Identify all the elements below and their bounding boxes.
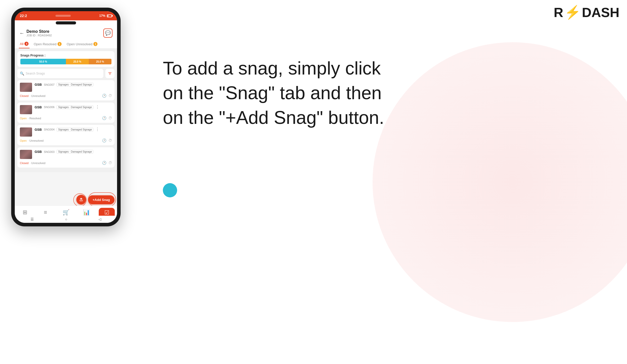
job-id: JOB ID : RDAS9492: [26, 34, 52, 37]
snag-card-top: GSB SNG006 Signages · Damaged Signage ⋮: [20, 105, 112, 114]
snag-card-top: GSB SNG007 Signages · Damaged Signage: [20, 83, 112, 92]
snag-thumb-inner: [20, 83, 32, 92]
status-bar: 22:2 17%: [15, 11, 117, 20]
snag-status: Open · Unresolved: [20, 138, 44, 143]
chat-icon[interactable]: 💬: [103, 28, 112, 38]
snag-icons: 🕐 ⏱: [102, 94, 112, 98]
store-info: Demo Store JOB ID : RDAS9492: [26, 29, 52, 37]
teal-dot: [163, 183, 177, 197]
snag-card-sng006[interactable]: GSB SNG006 Signages · Damaged Signage ⋮ …: [17, 103, 115, 123]
snag-thumb-inner: [20, 150, 32, 159]
tab-open-resolved[interactable]: Open Resolved 1: [33, 40, 63, 48]
progress-segment-orange: 25.0 %: [66, 59, 89, 64]
filter-button[interactable]: [105, 69, 115, 78]
status-unresolved: Unresolved: [30, 139, 44, 142]
snag-thumbnail: [20, 83, 32, 92]
share-icon: [79, 198, 83, 202]
snag-thumbnail: [20, 105, 32, 114]
status-unresolved: Unresolved: [31, 162, 46, 165]
snag-card-bottom: Open · Resolved 🕐 ⏱: [20, 116, 112, 120]
battery-icon: [107, 14, 112, 17]
status-closed: Closed: [20, 94, 28, 97]
snag-card-bottom: Closed · Unresolved 🕐 ⏱: [20, 161, 112, 165]
notch: [56, 21, 76, 24]
snag-name: GSB: [35, 150, 42, 154]
system-back-icon[interactable]: ◁: [98, 217, 101, 221]
snag-card-sng004[interactable]: GSB SNG004 Signages · Damaged Signage ⋮ …: [17, 125, 115, 145]
tab-all[interactable]: All 4: [19, 40, 30, 48]
timer-icon: ⏱: [108, 94, 112, 98]
snag-card-sng003[interactable]: GSB SNG003 Signages · Damaged Signage Cl…: [17, 147, 115, 168]
status-resolved: Resolved: [30, 117, 41, 120]
snag-thumb-inner: [20, 105, 32, 114]
notch-bar: [15, 20, 117, 25]
phone-mockup: 22:2 17% ← Demo Store: [11, 8, 121, 226]
search-icon: 🔍: [20, 71, 24, 76]
snag-tag: Signages · Damaged Signage: [56, 83, 93, 86]
snag-name: GSB: [35, 105, 42, 109]
snag-info: GSB SNG004 Signages · Damaged Signage ⋮: [35, 127, 112, 133]
snag-id-row: GSB SNG004 Signages · Damaged Signage ⋮: [35, 127, 112, 132]
fab-area: +Add Snag: [76, 195, 115, 205]
back-button[interactable]: ←: [19, 30, 24, 36]
clock-icon: 🕐: [102, 116, 106, 120]
snag-status: Open · Resolved: [20, 116, 41, 120]
snag-id-row: GSB SNG003 Signages · Damaged Signage: [35, 150, 112, 154]
timer-icon: ⏱: [108, 116, 112, 120]
main-content: Snags Progress : 50.0 % 25.0 % 25.0 % 🔍 …: [15, 49, 117, 172]
tab-open-resolved-label: Open Resolved: [34, 42, 56, 46]
clock-icon: 🕐: [102, 161, 106, 165]
app-header: ← Demo Store JOB ID : RDAS9492 💬: [15, 25, 117, 40]
background-circle: [373, 42, 627, 322]
snag-icons: 🕐 ⏱: [102, 161, 112, 165]
orders-icon: 🛒: [63, 209, 69, 216]
snags-icon: ☑: [104, 209, 109, 216]
boq-icon: ≡: [44, 209, 47, 216]
snag-id-row: GSB SNG007 Signages · Damaged Signage: [35, 83, 112, 86]
snag-card-top: GSB SNG004 Signages · Damaged Signage ⋮: [20, 127, 112, 137]
snag-code: SNG007: [44, 83, 54, 86]
snag-icons: 🕐 ⏱: [102, 116, 112, 120]
header-left: ← Demo Store JOB ID : RDAS9492: [19, 29, 52, 37]
more-menu-icon[interactable]: ⋮: [95, 127, 99, 132]
designs-icon: ⊞: [23, 209, 27, 216]
progress-segment-dark-orange: 25.0 %: [89, 59, 112, 64]
status-open: Open: [20, 139, 27, 142]
instruction-text: To add a snag, simply click on the "Snag…: [163, 56, 392, 130]
store-name: Demo Store: [26, 29, 52, 34]
snag-status: Closed · Unresolved: [20, 161, 45, 165]
battery-percent: 17%: [99, 14, 105, 18]
system-home-icon[interactable]: ○: [65, 217, 67, 221]
status-open: Open: [20, 117, 27, 120]
snag-icons: 🕐 ⏱: [102, 138, 112, 142]
snag-thumb-inner: [20, 127, 32, 137]
more-menu-icon[interactable]: ⋮: [95, 105, 99, 109]
snag-thumbnail: [20, 150, 32, 159]
logo-r-text: R: [554, 5, 563, 20]
share-fab-button[interactable]: [76, 195, 86, 205]
snag-code: SNG004: [44, 128, 54, 131]
snag-info: GSB SNG007 Signages · Damaged Signage: [35, 83, 112, 88]
snag-thumbnail: [20, 127, 32, 137]
tab-open-unresolved-label: Open Unresolved: [67, 42, 92, 46]
clock-icon: 🕐: [102, 138, 106, 142]
status-right: 17%: [99, 14, 112, 18]
snag-info: GSB SNG003 Signages · Damaged Signage: [35, 150, 112, 155]
snag-code: SNG003: [44, 150, 54, 153]
snag-tag: Signages · Damaged Signage: [56, 105, 93, 109]
progress-card: Snags Progress : 50.0 % 25.0 % 25.0 %: [17, 51, 115, 67]
tabs-row: All 4 Open Resolved 1 Open Unresolved 1: [15, 40, 117, 49]
snag-info: GSB SNG006 Signages · Damaged Signage ⋮: [35, 105, 112, 110]
snag-card-sng007[interactable]: GSB SNG007 Signages · Damaged Signage Cl…: [17, 80, 115, 100]
logo: R ⚡ DASH: [554, 5, 619, 20]
add-snag-button[interactable]: +Add Snag: [88, 195, 115, 204]
tab-open-unresolved[interactable]: Open Unresolved 1: [66, 40, 98, 48]
search-placeholder: Search Snags: [26, 72, 45, 75]
tab-open-unresolved-badge: 1: [93, 42, 97, 46]
timer-icon: ⏱: [108, 161, 112, 165]
search-box[interactable]: 🔍 Search Snags: [17, 69, 103, 78]
snag-card-bottom: Closed · Unresolved 🕐 ⏱: [20, 93, 112, 98]
snag-code: SNG006: [44, 106, 54, 109]
system-menu-icon[interactable]: ☰: [31, 217, 34, 221]
status-unresolved: Unresolved: [31, 94, 46, 97]
